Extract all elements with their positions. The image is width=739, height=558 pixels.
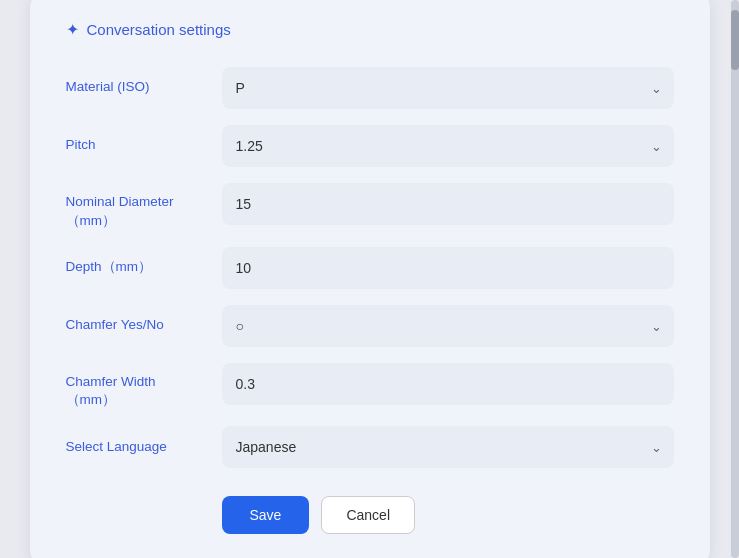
pitch-select-wrapper[interactable]: 1.25 0.5 1.0 ⌄ [222,125,674,167]
chamfer-width-label: Chamfer Width（mm） [66,363,206,411]
material-iso-label: Material (ISO) [66,78,206,97]
chamfer-yes-no-row: Chamfer Yes/No ○ × ⌄ [66,305,674,347]
nominal-diameter-input[interactable] [222,183,674,225]
depth-label: Depth（mm） [66,258,206,277]
sparkle-icon: ✦ [66,20,79,39]
page-wrapper: ✦ Conversation settings Material (ISO) P… [0,0,739,558]
material-iso-row: Material (ISO) P M K ⌄ [66,67,674,109]
pitch-row: Pitch 1.25 0.5 1.0 ⌄ [66,125,674,167]
chamfer-width-row: Chamfer Width（mm） [66,363,674,411]
cancel-button[interactable]: Cancel [321,496,415,534]
nominal-diameter-row: Nominal Diameter（mm） [66,183,674,231]
select-language-row: Select Language Japanese English Chinese… [66,426,674,468]
select-language-select[interactable]: Japanese English Chinese [222,426,674,468]
dialog-card: ✦ Conversation settings Material (ISO) P… [30,0,710,558]
scrollbar[interactable] [731,0,739,558]
depth-row: Depth（mm） [66,247,674,289]
save-button[interactable]: Save [222,496,310,534]
dialog-title: Conversation settings [87,21,231,38]
pitch-label: Pitch [66,136,206,155]
depth-input[interactable] [222,247,674,289]
material-iso-select[interactable]: P M K [222,67,674,109]
chamfer-yes-no-select[interactable]: ○ × [222,305,674,347]
pitch-select[interactable]: 1.25 0.5 1.0 [222,125,674,167]
chamfer-width-input[interactable] [222,363,674,405]
select-language-label: Select Language [66,438,206,457]
dialog-header: ✦ Conversation settings [66,20,674,39]
material-iso-select-wrapper[interactable]: P M K ⌄ [222,67,674,109]
chamfer-yes-no-select-wrapper[interactable]: ○ × ⌄ [222,305,674,347]
button-row: Save Cancel [66,496,674,534]
select-language-select-wrapper[interactable]: Japanese English Chinese ⌄ [222,426,674,468]
scrollbar-thumb [731,10,739,70]
chamfer-yes-no-label: Chamfer Yes/No [66,316,206,335]
main-content: ✦ Conversation settings Material (ISO) P… [0,0,739,558]
nominal-diameter-label: Nominal Diameter（mm） [66,183,206,231]
